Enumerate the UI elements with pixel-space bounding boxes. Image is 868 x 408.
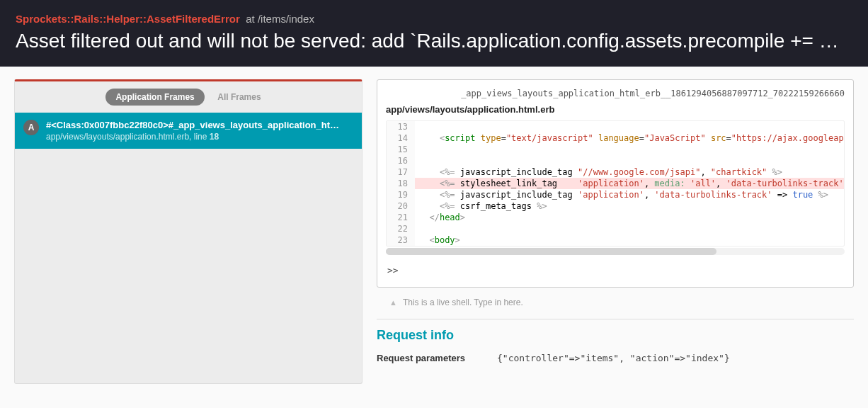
horizontal-scrollbar[interactable]: [386, 248, 845, 255]
code-line[interactable]: 20 <%= csrf_meta_tags %>: [387, 200, 844, 212]
line-number: 21: [387, 212, 415, 223]
code-line[interactable]: 15: [387, 144, 844, 155]
line-number: 19: [387, 189, 415, 200]
code-line[interactable]: 21 </head>: [387, 212, 844, 223]
repl-hint: ▲This is a live shell. Type in here.: [389, 298, 854, 307]
code-line[interactable]: 16: [387, 155, 844, 166]
frame-location: app/views/layouts/application.html.erb, …: [46, 132, 339, 142]
line-content: [415, 144, 844, 155]
code-line[interactable]: 17 <%= javascript_include_tag "//www.goo…: [387, 166, 844, 178]
line-number: 16: [387, 155, 415, 166]
code-file-path: app/views/layouts/application.html.erb: [386, 104, 845, 115]
line-number: 23: [387, 234, 415, 246]
repl-prompt[interactable]: >>: [386, 262, 845, 278]
line-number: 13: [387, 121, 415, 132]
request-parameters-row: Request parameters {"controller"=>"items…: [377, 353, 854, 363]
error-header: Sprockets::Rails::Helper::AssetFilteredE…: [0, 0, 868, 67]
tab-all-frames[interactable]: All Frames: [207, 89, 270, 106]
code-view[interactable]: 13 14 <script type="text/javascript" lan…: [386, 120, 845, 246]
line-number: 15: [387, 144, 415, 155]
warning-icon: ▲: [389, 298, 397, 307]
line-content: [415, 155, 844, 166]
frame-id: _app_views_layouts_application_html_erb_…: [386, 89, 845, 98]
frames-tabs: Application Frames All Frames: [15, 81, 362, 113]
frame-badge: A: [23, 120, 39, 135]
line-content: [415, 223, 844, 234]
code-line[interactable]: 13: [387, 121, 844, 132]
request-parameters-label: Request parameters: [377, 353, 497, 363]
line-content: <%= csrf_meta_tags %>: [415, 200, 844, 212]
code-line[interactable]: 14 <script type="text/javascript" langua…: [387, 132, 844, 144]
stack-frame[interactable]: A #<Class:0x007fbbc22f80c0>#_app_views_l…: [15, 113, 362, 149]
code-line[interactable]: 23 <body>: [387, 234, 844, 246]
line-content: <script type="text/javascript" language=…: [415, 132, 844, 144]
line-number: 14: [387, 132, 415, 144]
line-number: 22: [387, 223, 415, 234]
request-info-title: Request info: [377, 328, 854, 343]
error-path: at /items/index: [246, 13, 314, 25]
error-class: Sprockets::Rails::Helper::AssetFilteredE…: [16, 13, 240, 25]
line-number: 18: [387, 178, 415, 189]
line-content: <%= javascript_include_tag "//www.google…: [415, 166, 844, 178]
line-number: 17: [387, 166, 415, 178]
code-panel: _app_views_layouts_application_html_erb_…: [377, 79, 854, 288]
line-content: [415, 121, 844, 132]
line-number: 20: [387, 200, 415, 212]
line-content: </head>: [415, 212, 844, 223]
request-parameters-value: {"controller"=>"items", "action"=>"index…: [497, 353, 730, 363]
line-content: <%= stylesheet_link_tag 'application', m…: [415, 178, 844, 189]
code-line[interactable]: 19 <%= javascript_include_tag 'applicati…: [387, 189, 844, 200]
error-subhead: Sprockets::Rails::Helper::AssetFilteredE…: [16, 13, 852, 26]
code-line[interactable]: 18 <%= stylesheet_link_tag 'application'…: [387, 178, 844, 189]
code-line[interactable]: 22: [387, 223, 844, 234]
frame-method: #<Class:0x007fbbc22f80c0>#_app_views_lay…: [46, 120, 339, 130]
frames-panel: Application Frames All Frames A #<Class:…: [14, 79, 362, 384]
error-title: Asset filtered out and will not be serve…: [16, 30, 852, 52]
divider: [377, 319, 854, 319]
line-content: <body>: [415, 234, 844, 246]
line-content: <%= javascript_include_tag 'application'…: [415, 189, 844, 200]
tab-application-frames[interactable]: Application Frames: [105, 89, 204, 106]
